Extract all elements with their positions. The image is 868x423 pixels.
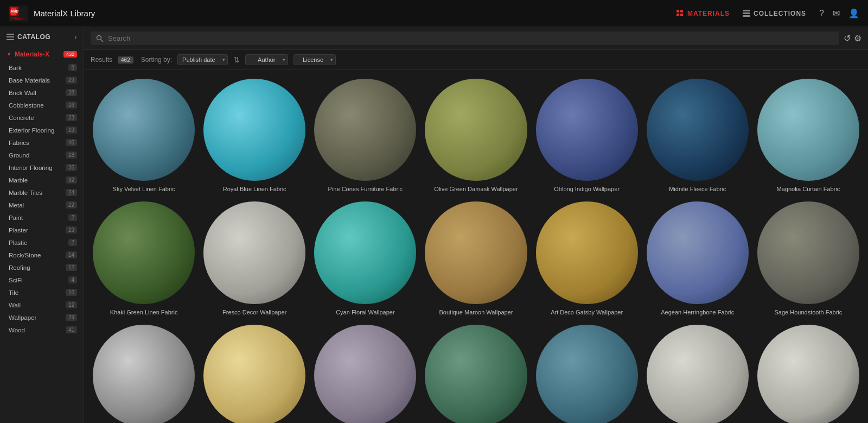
nav-materials[interactable]: MATERIALS [676, 10, 730, 17]
results-label: Results [91, 56, 112, 64]
sidebar-item-paint[interactable]: Paint2 [0, 211, 84, 224]
material-name: Khaki Green Linen Fabric [110, 308, 178, 316]
sidebar-item-cobblestone[interactable]: Cobblestone16 [0, 99, 84, 111]
sidebar-item-ground[interactable]: Ground18 [0, 149, 84, 161]
sidebar-item-metal[interactable]: Metal22 [0, 199, 84, 211]
sphere [757, 79, 859, 181]
sidebar-item-exterior-flooring[interactable]: Exterior Flooring19 [0, 124, 84, 136]
nav-collections[interactable]: COLLECTIONS [743, 10, 806, 17]
material-card[interactable]: Pebble Kilm Fabric [757, 325, 859, 423]
sidebar-title: CATALOG [7, 33, 50, 41]
sphere [314, 79, 416, 181]
material-card[interactable]: Khaki Green Linen Fabric [93, 201, 195, 315]
material-card[interactable]: Cyan Floral Wallpaper [314, 201, 416, 315]
sphere [757, 325, 859, 423]
material-card[interactable]: Oblong Indigo Wallpaper [536, 79, 638, 193]
sidebar-item-plaster[interactable]: Plaster19 [0, 224, 84, 236]
material-name: Sky Velvet Linen Fabric [113, 185, 175, 193]
content-area: ↺ ⚙ Results 462 Sorting by: Publish date… [84, 27, 868, 423]
author-select-wrap: Author [245, 54, 288, 65]
sidebar-collapse[interactable]: ‹ [74, 33, 77, 41]
svg-rect-13 [7, 36, 14, 37]
help-icon[interactable]: ? [819, 9, 824, 18]
material-card[interactable]: Magnolia Curtain Fabric [757, 79, 859, 193]
search-input[interactable] [108, 34, 834, 42]
svg-point-15 [97, 35, 101, 40]
svg-rect-12 [7, 34, 14, 35]
filters-row: Results 462 Sorting by: Publish date Nam… [84, 50, 868, 70]
material-name: Olive Green Damask Wallpaper [434, 185, 518, 193]
sphere [647, 325, 749, 423]
account-icon[interactable]: 👤 [848, 8, 859, 18]
material-card[interactable]: Pale Pink Carrara Marble [314, 325, 416, 423]
license-select[interactable]: License [293, 54, 336, 65]
material-card[interactable]: Pine Cones Furniture Fabric [314, 79, 416, 193]
material-card[interactable]: Verdi Almi Marble [425, 325, 527, 423]
sidebar-item-rock-stone[interactable]: Rock/Stone14 [0, 249, 84, 261]
material-name: Art Deco Gatsby Wallpaper [551, 308, 623, 316]
sidebar-item-bark[interactable]: Bark8 [0, 61, 84, 74]
sidebar-item-interior-flooring[interactable]: Interior Flooring36 [0, 161, 84, 174]
material-name: Aegean Herringbone Fabric [661, 308, 734, 316]
mail-icon[interactable]: ✉ [833, 8, 840, 18]
amd-logo: AMD GPUOpen [9, 5, 28, 22]
sphere [93, 201, 195, 304]
collections-icon [743, 10, 750, 17]
sidebar-item-wood[interactable]: Wood41 [0, 324, 84, 336]
material-name: Midnite Fleece Fabric [669, 185, 726, 193]
material-card[interactable]: Boutique Maroon Wallpaper [425, 201, 527, 315]
sorting-label: Sorting by: [141, 56, 172, 64]
sidebar-item-scifi[interactable]: SciFi4 [0, 274, 84, 286]
sort-order-icon[interactable]: ⇅ [233, 55, 240, 64]
material-grid: Sky Velvet Linen Fabric Royal Blue Linen… [93, 79, 859, 423]
sidebar-item-materials-x[interactable]: ▼ Materials-X 432 [0, 47, 84, 61]
material-card[interactable]: Sage Houndstooth Fabric [757, 201, 859, 315]
material-card[interactable]: Midnite Fleece Fabric [647, 79, 749, 193]
settings-icon[interactable]: ⚙ [854, 33, 861, 43]
material-card[interactable]: Semper Marble Gold [203, 325, 305, 423]
sidebar-item-brick-wall[interactable]: Brick Wall28 [0, 86, 84, 99]
material-card[interactable]: Olive Green Damask Wallpaper [425, 79, 527, 193]
sphere [314, 325, 416, 423]
material-card[interactable]: Aegean Herringbone Fabric [647, 201, 749, 315]
sort-select[interactable]: Publish date Name Date added [177, 54, 228, 65]
sidebar-item-marble-tiles[interactable]: Marble Tiles24 [0, 186, 84, 199]
sidebar-item-fabrics[interactable]: Fabrics46 [0, 136, 84, 149]
svg-rect-9 [743, 10, 750, 11]
material-card[interactable]: Sky Velvet Linen Fabric [93, 79, 195, 193]
material-card[interactable]: Royal Blue Linen Fabric [203, 79, 305, 193]
sort-select-wrap: Publish date Name Date added [177, 54, 228, 65]
sphere [536, 325, 638, 423]
material-name: Pine Cones Furniture Fabric [328, 185, 403, 193]
material-card[interactable]: Fresco Decor Wallpaper [203, 201, 305, 315]
menu-icon [7, 33, 14, 41]
svg-line-16 [101, 39, 104, 42]
material-card[interactable]: Sapphire Ramie Fabric [536, 325, 638, 423]
sidebar-item-base-materials[interactable]: Base Materials29 [0, 74, 84, 86]
top-nav: AMD GPUOpen MaterialX Library MATERIALS … [0, 0, 868, 27]
sidebar-item-wall[interactable]: Wall12 [0, 299, 84, 311]
sidebar-item-wallpaper[interactable]: Wallpaper29 [0, 311, 84, 324]
svg-rect-5 [676, 10, 679, 12]
sidebar-item-plastic[interactable]: Plastic2 [0, 236, 84, 249]
sidebar-item-marble[interactable]: Marble32 [0, 174, 84, 186]
material-name: Cyan Floral Wallpaper [336, 308, 394, 316]
sphere [757, 201, 859, 304]
sphere [93, 325, 195, 423]
search-actions: ↺ ⚙ [844, 33, 861, 43]
sidebar-item-tile[interactable]: Tile16 [0, 286, 84, 299]
author-select[interactable]: Author [245, 54, 288, 65]
sidebar-item-concrete[interactable]: Concrete23 [0, 111, 84, 124]
sidebar-item-roofing[interactable]: Roofing12 [0, 261, 84, 274]
grid-area: Sky Velvet Linen Fabric Royal Blue Linen… [84, 70, 868, 423]
sphere [425, 201, 527, 304]
search-icon [96, 35, 104, 42]
material-card[interactable]: Art Deco Gatsby Wallpaper [536, 201, 638, 315]
material-card[interactable]: Black and White Gingham Fabric [93, 325, 195, 423]
refresh-icon[interactable]: ↺ [844, 33, 851, 43]
sphere [314, 201, 416, 304]
material-name: Fresco Decor Wallpaper [222, 308, 286, 316]
license-select-wrap: License [293, 54, 336, 65]
brand: AMD GPUOpen MaterialX Library [9, 5, 95, 22]
material-card[interactable]: Porcelain Ramie Fabric [647, 325, 749, 423]
